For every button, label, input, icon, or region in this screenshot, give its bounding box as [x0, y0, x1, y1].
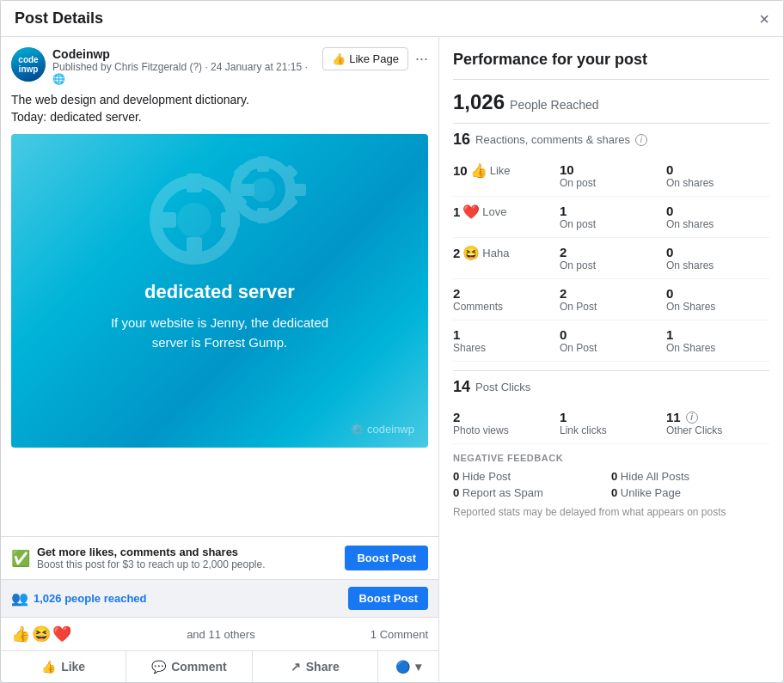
post-clicks-label: Post Clicks	[475, 381, 530, 393]
report-spam-value: 0	[453, 486, 459, 499]
photo-views-value: 2	[453, 410, 556, 424]
action-bar: 👍 Like 💬 Comment ↗ Share 🔵 ▾	[1, 650, 438, 682]
negative-feedback-section: NEGATIVE FEEDBACK 0 Hide Post 0 Hide All…	[453, 453, 769, 518]
reactions-section-header: 16 Reactions, comments & shares i	[453, 123, 769, 149]
post-header-actions: 👍 Like Page ···	[322, 47, 428, 70]
image-main-text: dedicated server	[144, 281, 295, 303]
svg-rect-2	[257, 156, 269, 172]
svg-rect-14	[221, 212, 240, 228]
comment-button[interactable]: 💬 Comment	[126, 651, 252, 682]
post-meta: Codeinwp Published by Chris Fitzgerald (…	[52, 47, 322, 85]
haha-emoji-icon: 😆	[462, 245, 480, 261]
modal-header: Post Details ×	[1, 1, 783, 37]
like-icon: 👍	[41, 660, 56, 674]
like-stat-row: 10 👍 Like 10 On post 0 On shares	[453, 156, 769, 197]
like-emoji: 👍	[11, 625, 30, 643]
more-options-button[interactable]: ···	[415, 50, 428, 68]
page-name: Codeinwp	[52, 47, 322, 61]
image-sub-text: If your website is Jenny, the dedicated …	[100, 314, 340, 352]
shares-type-label: Shares	[453, 342, 556, 354]
like-emoji-icon: 👍	[470, 162, 487, 179]
post-clicks-section-header: 14 Post Clicks	[453, 370, 769, 396]
modal-title: Post Details	[15, 9, 103, 27]
post-published-by: Published by Chris Fitzgerald (?) · 24 J…	[52, 61, 322, 73]
boost-checkmark-icon: ✅	[11, 549, 30, 568]
comment-count: 1 Comment	[371, 628, 428, 641]
like-on-shares-value: 0	[666, 162, 769, 177]
comment-icon: 💬	[151, 660, 166, 674]
reactions-info-icon[interactable]: i	[635, 134, 647, 146]
other-clicks-value: 11	[666, 410, 681, 424]
other-clicks-info-icon[interactable]: i	[686, 412, 698, 424]
boost-post-button[interactable]: Boost Post	[345, 546, 428, 570]
shares-on-shares-label: On Shares	[666, 342, 769, 354]
people-reached-label: People Reached	[510, 98, 599, 112]
shares-stat-row: 1 Shares 0 On Post 1 On Shares	[453, 320, 769, 362]
post-details-modal: Post Details × codeinwp Codeinwp Publish…	[0, 0, 784, 683]
post-content: codeinwp Codeinwp Published by Chris Fit…	[1, 37, 438, 536]
love-total-value: 1	[453, 204, 460, 219]
negative-feedback-grid: 0 Hide Post 0 Hide All Posts 0 Report as…	[453, 470, 769, 499]
svg-rect-4	[291, 184, 306, 196]
link-clicks-value: 1	[560, 410, 663, 424]
post-image: dedicated server If your website is Jenn…	[11, 134, 428, 448]
shares-on-shares-value: 1	[666, 327, 769, 342]
people-icon: 👥	[11, 590, 28, 607]
hide-all-posts-value: 0	[611, 470, 617, 483]
like-page-button[interactable]: 👍 Like Page	[322, 47, 408, 70]
shares-on-post-value: 0	[560, 327, 663, 342]
svg-point-1	[251, 178, 275, 202]
share-circle-icon: 🔵	[395, 660, 410, 674]
negative-feedback-title: NEGATIVE FEEDBACK	[453, 453, 769, 463]
post-text: The web design and development dictionar…	[11, 92, 428, 125]
love-on-shares-value: 0	[666, 204, 769, 218]
haha-on-shares-label: On shares	[666, 259, 769, 271]
like-type-label: Like	[490, 164, 511, 177]
shares-on-post-label: On Post	[560, 342, 663, 354]
love-on-post-value: 1	[560, 204, 663, 218]
svg-rect-15	[157, 212, 176, 228]
comments-on-post-value: 2	[560, 286, 663, 301]
unlike-page-label: Unlike Page	[621, 486, 681, 499]
share-button[interactable]: ↗ Share	[253, 651, 378, 682]
share-icon: ↗	[291, 660, 301, 674]
hide-all-posts-label: Hide All Posts	[621, 470, 689, 483]
reactions-count: 16	[453, 131, 470, 149]
dropdown-arrow-icon: ▾	[415, 660, 421, 674]
share-dropdown-button[interactable]: 🔵 ▾	[378, 651, 438, 682]
like-total-cell: 10 👍 Like	[453, 162, 556, 189]
other-clicks-label: Other Clicks	[666, 424, 769, 436]
hide-post-item: 0 Hide Post	[453, 470, 611, 483]
image-watermark: ⚙️ codeinwp	[350, 423, 414, 436]
svg-rect-12	[187, 174, 202, 192]
post-header: codeinwp Codeinwp Published by Chris Fit…	[11, 47, 428, 85]
like-button[interactable]: 👍 Like	[1, 651, 126, 682]
comments-on-shares-value: 0	[666, 286, 769, 301]
boost-title: Get more likes, comments and shares	[37, 546, 338, 558]
svg-rect-13	[187, 237, 202, 256]
shares-total-value: 1	[453, 327, 460, 342]
clicks-stat-row: 2 Photo views 1 Link clicks 11 i Other C…	[453, 403, 769, 444]
report-spam-item: 0 Report as Spam	[453, 486, 611, 499]
comments-type-label: Comments	[453, 301, 556, 313]
reach-count: 1,026	[34, 592, 62, 605]
modal-body: codeinwp Codeinwp Published by Chris Fit…	[1, 37, 783, 682]
stats-panel: Performance for your post 1,026 People R…	[439, 37, 783, 682]
like-on-post-label: On post	[560, 177, 663, 189]
reach-text: 1,026 people reached	[34, 592, 147, 605]
haha-type-label: Haha	[482, 247, 509, 259]
comments-total-value: 2	[453, 286, 460, 301]
reach-label: people reached	[64, 592, 146, 605]
boost-subtitle: Boost this post for $3 to reach up to 2,…	[37, 558, 338, 570]
people-reached-stat: 1,026 People Reached	[453, 90, 769, 114]
stats-note: Reported stats may be delayed from what …	[453, 506, 769, 518]
like-on-post-value: 10	[560, 162, 663, 177]
love-emoji: ❤️	[52, 625, 71, 643]
thumbs-up-icon: 👍	[332, 52, 346, 65]
reach-boost-button[interactable]: Boost Post	[348, 587, 428, 610]
close-button[interactable]: ×	[759, 10, 769, 27]
haha-on-post-label: On post	[560, 259, 663, 271]
reaction-others-text: and 11 others	[71, 628, 371, 641]
reactions-bar: 👍 😆 ❤️ and 11 others 1 Comment	[1, 617, 438, 650]
love-stat-row: 1 ❤️ Love 1 On post 0 On shares	[453, 197, 769, 238]
